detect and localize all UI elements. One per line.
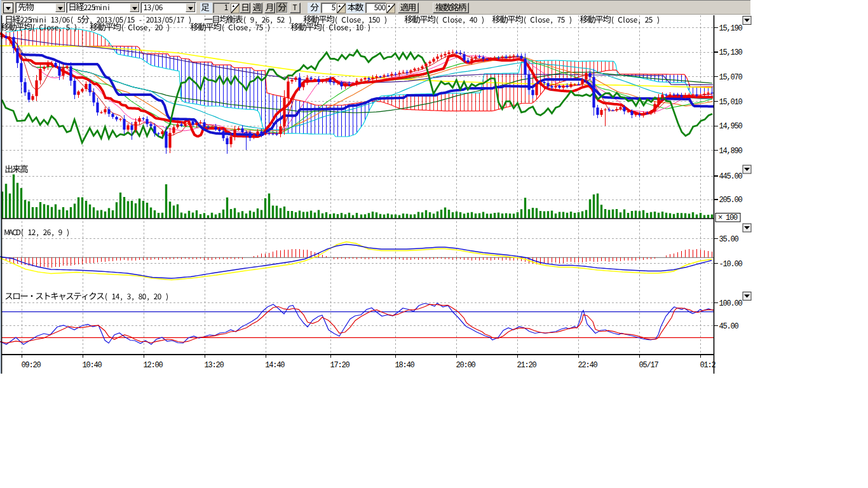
svg-text:35.00: 35.00 [719, 235, 739, 244]
svg-text:100.00: 100.00 [719, 299, 743, 308]
svg-text:05/17: 05/17 [639, 361, 659, 370]
svg-text:14:40: 14:40 [265, 361, 285, 370]
svg-text:18:40: 18:40 [395, 361, 415, 370]
svg-text:45.00: 45.00 [719, 322, 739, 331]
svg-text:-10.00: -10.00 [719, 260, 743, 269]
svg-text:15,010: 15,010 [719, 98, 743, 107]
svg-text:× 100: × 100 [718, 214, 738, 222]
svg-text:14,890: 14,890 [719, 147, 743, 156]
svg-text:445.00: 445.00 [719, 172, 743, 181]
svg-text:22:40: 22:40 [578, 361, 598, 370]
svg-text:205.00: 205.00 [719, 196, 743, 205]
svg-text:12:00: 12:00 [144, 361, 163, 370]
svg-text:10:40: 10:40 [83, 361, 102, 370]
svg-text:21:20: 21:20 [517, 361, 537, 370]
svg-text:15,070: 15,070 [719, 73, 743, 82]
svg-text:15,130: 15,130 [719, 48, 743, 57]
svg-text:01:2: 01:2 [700, 361, 716, 370]
svg-text:17:20: 17:20 [330, 361, 349, 370]
svg-text:14,950: 14,950 [719, 122, 743, 131]
svg-text:15,190: 15,190 [719, 24, 743, 33]
svg-text:09:20: 09:20 [22, 361, 41, 370]
svg-text:13:20: 13:20 [205, 361, 224, 370]
svg-text:20:00: 20:00 [456, 361, 476, 370]
